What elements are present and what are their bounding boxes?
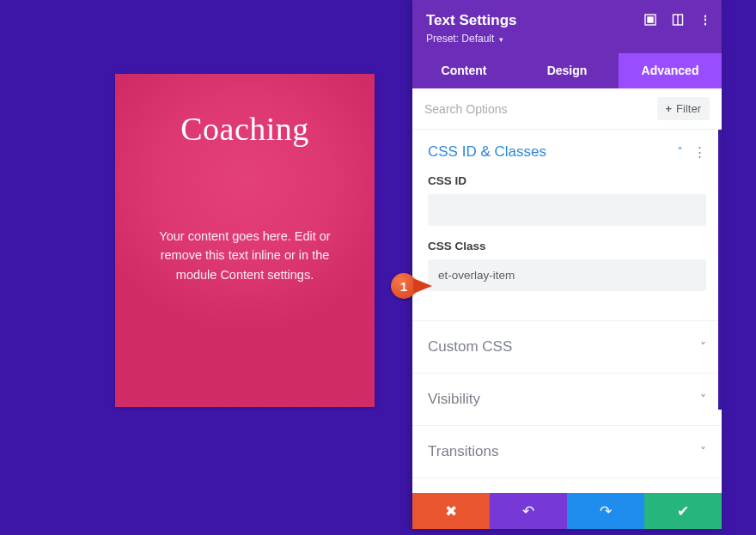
preview-heading[interactable]: Coaching <box>141 110 349 148</box>
redo-button[interactable]: ↷ <box>567 493 644 529</box>
filter-label: Filter <box>676 102 701 115</box>
section-css-id-classes: CSS ID & Classes ˄ ⋮ CSS ID CSS Class <box>412 130 722 321</box>
preset-label: Preset: Default <box>426 33 494 45</box>
expand-icon[interactable] <box>643 12 658 27</box>
section-title: CSS ID & Classes <box>428 143 546 161</box>
section-position: Position ˅ <box>412 478 722 493</box>
redo-icon: ↷ <box>600 502 612 520</box>
tab-content[interactable]: Content <box>412 53 515 88</box>
scrollbar[interactable] <box>718 130 722 410</box>
section-title: Visibility <box>428 391 480 408</box>
css-class-field[interactable] <box>428 259 706 291</box>
section-toggle-css-id-classes[interactable]: CSS ID & Classes ˄ ⋮ <box>428 143 706 161</box>
chevron-down-icon: ˅ <box>700 445 706 459</box>
chevron-up-icon: ˄ <box>677 145 683 159</box>
more-icon[interactable]: ⋮ <box>698 12 713 27</box>
panel-footer: ✖ ↶ ↷ ✔ <box>412 493 722 529</box>
filter-button[interactable]: + Filter <box>657 97 710 120</box>
undo-icon: ↶ <box>522 502 534 520</box>
preview-body[interactable]: Your content goes here. Edit or remove t… <box>141 227 349 284</box>
chevron-down-icon: ˅ <box>700 392 706 406</box>
section-custom-css: Custom CSS ˅ <box>412 321 722 374</box>
css-class-label: CSS Class <box>428 240 706 252</box>
panel-header: Text Settings Preset: Default ▾ ⋮ <box>412 0 722 53</box>
close-icon: ✖ <box>445 502 457 520</box>
section-toggle-transitions[interactable]: Transitions ˅ <box>428 443 706 460</box>
css-id-field[interactable] <box>428 194 706 226</box>
check-icon: ✔ <box>677 502 689 520</box>
undo-button[interactable]: ↶ <box>490 493 567 529</box>
section-title: Transitions <box>428 443 499 460</box>
tab-bar: Content Design Advanced <box>412 53 722 88</box>
section-transitions: Transitions ˅ <box>412 426 722 478</box>
css-id-label: CSS ID <box>428 174 706 187</box>
chevron-down-icon: ▾ <box>499 35 503 44</box>
save-button[interactable]: ✔ <box>644 493 722 529</box>
section-more-icon[interactable]: ⋮ <box>693 144 706 159</box>
search-input[interactable] <box>424 102 649 116</box>
section-toggle-custom-css[interactable]: Custom CSS ˅ <box>428 338 706 356</box>
preset-selector[interactable]: Preset: Default ▾ <box>426 33 708 45</box>
cancel-button[interactable]: ✖ <box>412 493 490 529</box>
section-visibility: Visibility ˅ <box>412 374 722 426</box>
search-row: + Filter <box>412 88 722 130</box>
responsive-icon[interactable] <box>670 12 686 27</box>
svg-rect-1 <box>648 17 653 22</box>
text-settings-panel: Text Settings Preset: Default ▾ ⋮ Conten… <box>412 0 722 529</box>
section-title: Custom CSS <box>428 338 512 356</box>
plus-icon: + <box>666 102 673 115</box>
panel-body: CSS ID & Classes ˄ ⋮ CSS ID CSS Class Cu… <box>412 130 722 493</box>
section-toggle-visibility[interactable]: Visibility ˅ <box>428 391 706 408</box>
preview-module[interactable]: Coaching Your content goes here. Edit or… <box>115 74 375 407</box>
chevron-down-icon: ˅ <box>700 340 706 354</box>
tab-advanced[interactable]: Advanced <box>619 53 722 88</box>
tab-design[interactable]: Design <box>515 53 619 88</box>
